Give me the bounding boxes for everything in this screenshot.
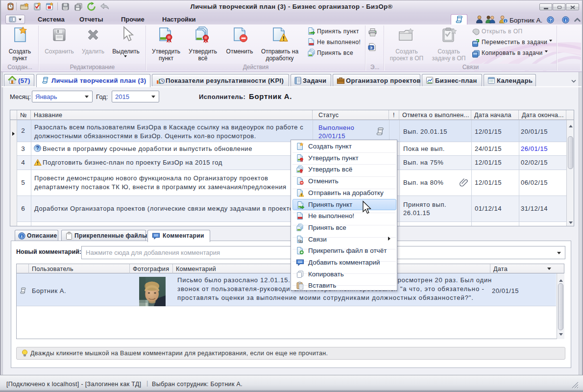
svg-text:?: ? — [549, 18, 552, 23]
svg-text:Э: Э — [370, 46, 373, 50]
svg-text:i: i — [21, 234, 23, 239]
svg-text:i: i — [565, 18, 566, 23]
svg-text:?: ? — [36, 146, 39, 151]
